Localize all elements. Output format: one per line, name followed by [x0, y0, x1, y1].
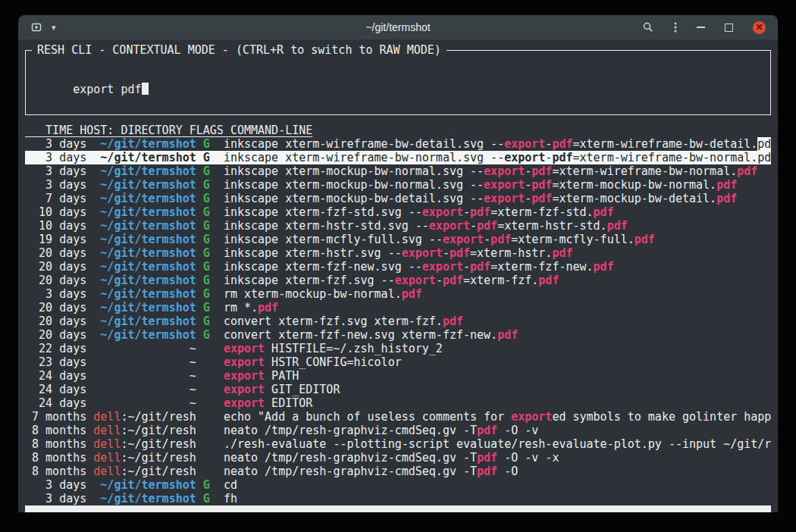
restore-button[interactable]: [725, 23, 733, 32]
close-button[interactable]: ✕: [753, 21, 766, 34]
search-input[interactable]: export pdf: [73, 83, 141, 96]
history-row[interactable]: 20 days ~/git/termshot G convert xterm-f…: [25, 328, 771, 342]
history-row[interactable]: 3 days ~/git/termshot G inkscape xterm-m…: [25, 164, 771, 178]
history-row[interactable]: 7 days ~/git/termshot G inkscape xterm-m…: [25, 192, 771, 205]
history-row[interactable]: 20 days ~/git/termshot G inkscape xterm-…: [25, 260, 771, 274]
history-row[interactable]: 10 days ~/git/termshot G inkscape xterm-…: [25, 205, 771, 219]
history-row[interactable]: 20 days ~/git/termshot G convert xterm-f…: [25, 315, 771, 328]
history-row[interactable]: 20 days ~/git/termshot G rm *.pdf: [25, 301, 771, 315]
history-row[interactable]: 8 months dell:~/git/resh ./resh-evaluate…: [25, 437, 771, 451]
history-row[interactable]: 3 days ~/git/termshot G inkscape xterm-m…: [25, 178, 771, 192]
titlebar: ▾ ~/git/termshot: [18, 15, 778, 39]
history-row[interactable]: 8 months dell:~/git/resh neato /tmp/resh…: [25, 465, 771, 478]
history-row[interactable]: 20 days ~/git/termshot G inkscape xterm-…: [25, 274, 771, 287]
search-box-label: RESH CLI - CONTEXTUAL MODE - (CTRL+R to …: [32, 43, 447, 57]
history-row[interactable]: 24 days ~ export EDITOR: [25, 396, 771, 410]
history-row[interactable]: 24 days ~ export PATH: [25, 369, 771, 383]
menu-button[interactable]: [674, 21, 677, 33]
history-row[interactable]: 7 months dell:~/git/resh echo "Add a bun…: [25, 410, 771, 424]
history-row[interactable]: 19 days ~/git/termshot G inkscape xterm-…: [25, 233, 771, 246]
terminal-screen: RESH CLI - CONTEXTUAL MODE - (CTRL+R to …: [18, 39, 778, 512]
history-row[interactable]: 3 days ~/git/termshot G inkscape xterm-w…: [25, 137, 771, 151]
text-cursor: [142, 83, 149, 95]
tab-dropdown-button[interactable]: ▾: [52, 23, 56, 33]
kebab-menu-icon: [674, 21, 677, 33]
history-row[interactable]: 8 months dell:~/git/resh neato /tmp/resh…: [25, 424, 771, 437]
history-list: 3 days ~/git/termshot G inkscape xterm-w…: [25, 137, 771, 505]
close-icon: ✕: [755, 23, 763, 32]
history-row[interactable]: 24 days ~ export GIT_EDITOR: [25, 383, 771, 396]
history-row[interactable]: 3 days ~/git/termshot G cd: [25, 478, 771, 492]
history-row[interactable]: 22 days ~ export HISTFILE=~/.zsh_history…: [25, 342, 771, 355]
chevron-down-icon: ▾: [52, 23, 56, 33]
new-tab-button[interactable]: [30, 21, 42, 33]
history-row[interactable]: 3 days ~/git/termshot G inkscape xterm-w…: [25, 151, 771, 164]
history-row[interactable]: 3 days ~/git/termshot G fh: [25, 492, 771, 505]
history-row[interactable]: 23 days ~ export HSTR_CONFIG=hicolor: [25, 355, 771, 369]
history-row[interactable]: 20 days ~/git/termshot G inkscape xterm-…: [25, 246, 771, 260]
search-icon: [642, 21, 654, 33]
terminal-window: ▾ ~/git/termshot: [18, 15, 778, 512]
history-row[interactable]: 10 days ~/git/termshot G inkscape xterm-…: [25, 219, 771, 233]
history-row[interactable]: 8 months dell:~/git/resh neato /tmp/resh…: [25, 451, 771, 465]
new-tab-icon: [30, 21, 42, 33]
restore-icon: [725, 23, 733, 32]
history-row[interactable]: 3 days ~/git/termshot G rm xterm-mockup-…: [25, 287, 771, 301]
minimize-button[interactable]: [697, 27, 705, 28]
search-box[interactable]: RESH CLI - CONTEXTUAL MODE - (CTRL+R to …: [25, 50, 771, 115]
history-header: TIME HOST: DIRECTORY FLAGS COMMAND-LINE: [25, 124, 771, 137]
minimize-icon: [697, 27, 705, 28]
status-bar: 2020-05-07 17:17:28 tower:~/git/termshot…: [25, 505, 771, 512]
search-button[interactable]: [642, 21, 654, 33]
